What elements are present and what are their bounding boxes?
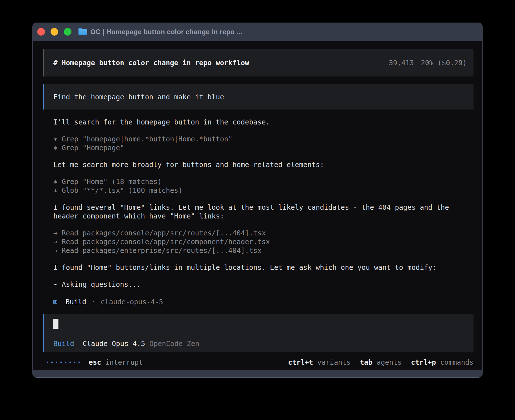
terminal-window: OC | Homepage button color change in rep… — [32, 23, 483, 378]
assistant-paragraph: Let me search more broadly for buttons a… — [53, 160, 465, 169]
input-meta: Build Claude Opus 4.5 OpenCode Zen — [53, 339, 467, 348]
read-tool-line: → Read packages/console/app/src/routes/[… — [53, 229, 465, 237]
grep-tool-line: ∗ Grep "homepage|home.*button|Home.*butt… — [53, 135, 465, 143]
badge-separator: · — [91, 298, 96, 306]
spinner-dot — [65, 362, 66, 363]
interrupt-label: interrupt — [105, 358, 143, 367]
session-stats: 39,413 20% ($0.29) — [389, 58, 467, 67]
agents-hint: tab agents — [360, 358, 402, 367]
token-count: 39,413 — [389, 58, 414, 67]
ctrl-t-key-hint: ctrl+t — [288, 358, 313, 367]
agent-name: Build — [66, 298, 86, 306]
window-bottom-edge — [33, 370, 482, 377]
agents-label: agents — [377, 358, 402, 367]
session-header: # Homepage button color change in repo w… — [43, 49, 473, 76]
input-model: Claude Opus 4.5 — [83, 339, 145, 348]
context-usage: 20% ($0.29) — [421, 58, 467, 67]
ctrl-p-key-hint: ctrl+p — [411, 358, 436, 367]
assistant-paragraph: I found "Home" buttons/links in multiple… — [53, 263, 465, 272]
glob-tool-line: ∗ Glob "**/*.tsx" (100 matches) — [53, 186, 465, 195]
spinner-dot — [60, 362, 62, 363]
window-title: OC | Homepage button color change in rep… — [90, 28, 242, 36]
grep-tool-line: ∗ Grep "Home" (18 matches) — [53, 177, 465, 186]
variants-hint: ctrl+t variants — [288, 358, 351, 367]
spinner-dot — [74, 362, 75, 363]
window-titlebar[interactable]: OC | Homepage button color change in rep… — [33, 23, 482, 41]
tool-call-group: ∗ Grep "Home" (18 matches) ∗ Glob "**/*.… — [53, 177, 465, 195]
grep-tool-line: ∗ Grep "Homepage" — [53, 143, 465, 152]
desktop-background: OC | Homepage button color change in rep… — [0, 0, 515, 420]
input-provider: OpenCode Zen — [149, 339, 199, 348]
esc-key-hint: esc — [89, 358, 101, 367]
agent-model: claude-opus-4-5 — [101, 298, 163, 306]
tab-key-hint: tab — [360, 358, 372, 367]
agent-badge: Build · claude-opus-4-5 — [53, 298, 465, 306]
minimize-button[interactable] — [51, 28, 58, 36]
variants-label: variants — [317, 358, 351, 367]
assistant-response: I'll search for the homepage button in t… — [43, 110, 465, 306]
spinner-dot — [56, 362, 57, 363]
spinner-dot — [51, 362, 53, 363]
spinner-dot — [78, 362, 80, 363]
commands-label: commands — [440, 358, 473, 367]
spinner-dot — [69, 362, 71, 363]
build-agent-icon — [53, 300, 57, 304]
prompt-input[interactable]: Build Claude Opus 4.5 OpenCode Zen — [43, 314, 473, 352]
terminal-content: # Homepage button color change in repo w… — [33, 41, 482, 370]
user-message-text: Find the homepage button and make it blu… — [53, 93, 224, 101]
session-title: # Homepage button color change in repo w… — [53, 58, 389, 67]
spinner-dot — [47, 362, 48, 363]
keybinding-hints: ctrl+t variants tab agents ctrl+p comman… — [279, 358, 473, 367]
maximize-button[interactable] — [64, 28, 71, 36]
input-mode: Build — [53, 339, 74, 348]
working-status-line: ~ Asking questions... — [53, 280, 465, 289]
assistant-paragraph: I'll search for the homepage button in t… — [53, 118, 465, 126]
assistant-paragraph: I found several "Home" links. Let me loo… — [53, 203, 465, 220]
folder-icon — [78, 29, 87, 35]
user-message: Find the homepage button and make it blu… — [43, 84, 473, 110]
tool-call-group: ∗ Grep "homepage|home.*button|Home.*butt… — [53, 135, 465, 152]
status-bar: esc interrupt ctrl+t variants tab agents… — [43, 358, 473, 367]
close-button[interactable] — [37, 28, 45, 36]
text-cursor — [53, 319, 58, 329]
read-tool-line: → Read packages/enterprise/src/routes/[.… — [53, 246, 465, 255]
read-tool-line: → Read packages/console/app/src/componen… — [53, 237, 465, 246]
progress-dots — [47, 362, 80, 363]
tool-call-group: → Read packages/console/app/src/routes/[… — [53, 229, 465, 255]
commands-hint: ctrl+p commands — [411, 358, 473, 367]
traffic-lights — [37, 28, 71, 36]
